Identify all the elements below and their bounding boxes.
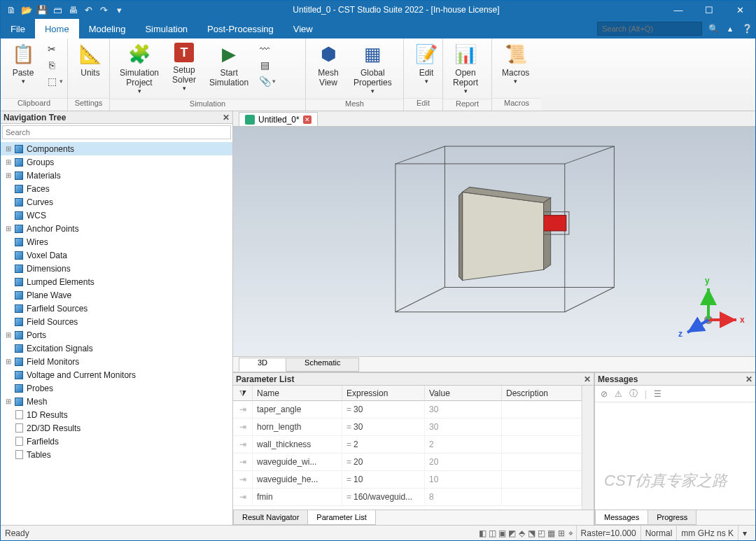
- msg-info-icon[interactable]: ⓘ: [629, 388, 638, 400]
- tab-schematic[interactable]: Schematic: [286, 358, 359, 372]
- row-handle-icon[interactable]: ⇥: [233, 454, 253, 470]
- close-button[interactable]: ✕: [724, 1, 755, 19]
- tab-3d[interactable]: 3D: [239, 358, 286, 372]
- tree-item-1d-results[interactable]: 1D Results: [1, 408, 232, 421]
- param-desc[interactable]: [502, 401, 582, 418]
- help-icon[interactable]: ❔: [738, 19, 755, 38]
- param-desc[interactable]: [502, 489, 582, 505]
- cut-button[interactable]: ✂: [44, 41, 64, 57]
- param-desc[interactable]: [502, 419, 582, 435]
- param-row[interactable]: ⇥horn_length=3030: [233, 419, 582, 436]
- navigation-tree[interactable]: ⊞Components⊞Groups⊞MaterialsFacesCurvesW…: [1, 141, 232, 525]
- units-button[interactable]: 📐 Units: [74, 41, 107, 79]
- qat-more-icon[interactable]: ▾: [113, 3, 125, 16]
- param-desc[interactable]: [502, 454, 582, 470]
- sb-icon-8[interactable]: ▦: [547, 528, 556, 538]
- param-name[interactable]: horn_length: [253, 419, 342, 435]
- tree-item-voltage-and-current-monitors[interactable]: Voltage and Current Monitors: [1, 368, 232, 381]
- tree-item-ports[interactable]: ⊞Ports: [1, 328, 232, 342]
- param-desc[interactable]: [502, 436, 582, 453]
- tree-item-lumped-elements[interactable]: Lumped Elements: [1, 275, 232, 288]
- tree-item-materials[interactable]: ⊞Materials: [1, 169, 232, 182]
- collapse-ribbon-icon[interactable]: ▴: [722, 19, 738, 38]
- param-expr[interactable]: =2: [342, 436, 425, 453]
- sb-icon-3[interactable]: ▣: [498, 528, 507, 538]
- tree-expand-icon[interactable]: ⊞: [4, 158, 13, 166]
- tree-item-voxel-data[interactable]: Voxel Data: [1, 248, 232, 262]
- param-scrollbar[interactable]: [582, 386, 594, 510]
- msg-warn-icon[interactable]: ⚠: [615, 389, 622, 399]
- tree-item-components[interactable]: ⊞Components: [1, 142, 232, 155]
- row-handle-icon[interactable]: ⇥: [233, 471, 253, 488]
- start-simulation-button[interactable]: ▶ Start Simulation: [205, 41, 253, 89]
- menu-simulation[interactable]: Simulation: [135, 19, 197, 38]
- tree-expand-icon[interactable]: ⊞: [4, 398, 13, 405]
- menu-modeling[interactable]: Modeling: [79, 19, 136, 38]
- sb-icon-7[interactable]: ◰: [537, 528, 547, 538]
- tree-expand-icon[interactable]: ⊞: [4, 358, 13, 365]
- param-expr[interactable]: =10: [342, 471, 425, 488]
- simulation-project-button[interactable]: 🧩 Simulation Project▾: [115, 41, 163, 96]
- tree-item-anchor-points[interactable]: ⊞Anchor Points: [1, 222, 232, 235]
- sb-icon-9[interactable]: ⊞: [556, 528, 566, 538]
- save-icon[interactable]: 💾: [36, 3, 48, 16]
- row-handle-icon[interactable]: ⇥: [233, 401, 253, 418]
- paste-button[interactable]: 📋 Paste ▾: [6, 41, 40, 86]
- undo-icon[interactable]: ↶: [82, 3, 94, 16]
- par-sweep-button[interactable]: ▤: [257, 57, 277, 73]
- tab-parameter-list[interactable]: Parameter List: [307, 510, 376, 525]
- minimize-button[interactable]: —: [663, 1, 694, 19]
- menu-home[interactable]: Home: [35, 19, 79, 38]
- tree-item-field-monitors[interactable]: ⊞Field Monitors: [1, 355, 232, 368]
- param-row[interactable]: ⇥fmin=160/waveguid...8: [233, 489, 582, 506]
- print-icon[interactable]: 🖶: [66, 3, 79, 16]
- msg-filter-icon[interactable]: ☰: [654, 389, 662, 399]
- search-icon[interactable]: 🔍: [705, 19, 722, 38]
- status-units[interactable]: mm GHz ns K: [676, 526, 738, 540]
- param-desc[interactable]: [502, 471, 582, 488]
- redo-icon[interactable]: ↷: [97, 3, 110, 16]
- nav-search-input[interactable]: [2, 125, 231, 139]
- param-expr[interactable]: =30: [342, 401, 425, 418]
- row-handle-icon[interactable]: ⇥: [233, 419, 253, 435]
- tree-item-excitation-signals[interactable]: Excitation Signals: [1, 342, 232, 355]
- param-expr[interactable]: =160/waveguid...: [342, 489, 425, 505]
- filter-icon[interactable]: ⧩: [233, 386, 253, 400]
- status-dd-icon[interactable]: ▾: [738, 526, 751, 540]
- tree-item-wcs[interactable]: WCS: [1, 209, 232, 222]
- tree-expand-icon[interactable]: ⊞: [4, 225, 13, 232]
- sb-icon-6[interactable]: ⬔: [527, 528, 537, 538]
- param-name[interactable]: waveguide_he...: [253, 471, 342, 488]
- save-all-icon[interactable]: 🗃: [51, 3, 64, 16]
- tree-item-faces[interactable]: Faces: [1, 182, 232, 195]
- new-icon[interactable]: 🗎: [5, 3, 18, 16]
- tree-expand-icon[interactable]: ⊞: [4, 331, 13, 339]
- tab-result-navigator[interactable]: Result Navigator: [233, 510, 308, 525]
- tab-messages[interactable]: Messages: [595, 510, 648, 525]
- tree-expand-icon[interactable]: ⊞: [4, 145, 13, 153]
- param-rows[interactable]: ⇥taper_angle=3030⇥horn_length=3030⇥wall_…: [233, 401, 582, 510]
- open-icon[interactable]: 📂: [20, 3, 33, 16]
- tree-item-field-sources[interactable]: Field Sources: [1, 315, 232, 328]
- tree-item-farfield-sources[interactable]: Farfield Sources: [1, 302, 232, 315]
- tree-item-tables[interactable]: Tables: [1, 448, 232, 461]
- param-row[interactable]: ⇥waveguide_wi...=2020: [233, 454, 582, 471]
- maximize-button[interactable]: ☐: [694, 1, 724, 19]
- sb-icon-4[interactable]: ◩: [507, 528, 517, 538]
- row-handle-icon[interactable]: ⇥: [233, 436, 253, 453]
- mesh-view-button[interactable]: ⬢ Mesh View: [312, 41, 345, 89]
- tree-item-curves[interactable]: Curves: [1, 195, 232, 209]
- messages-close-icon[interactable]: ✕: [746, 374, 752, 384]
- logfile-button[interactable]: 📎: [257, 73, 277, 89]
- doc-tab-close-icon[interactable]: ✕: [303, 115, 312, 124]
- row-handle-icon[interactable]: ⇥: [233, 489, 253, 505]
- msg-clear-icon[interactable]: ⊘: [601, 389, 608, 399]
- sb-icon-2[interactable]: ◫: [488, 528, 498, 538]
- menu-file[interactable]: File: [1, 19, 35, 38]
- tab-progress[interactable]: Progress: [648, 510, 696, 525]
- tree-item-probes[interactable]: Probes: [1, 381, 232, 395]
- param-name[interactable]: taper_angle: [253, 401, 342, 418]
- menu-postprocessing[interactable]: Post-Processing: [197, 19, 284, 38]
- ribbon-search-input[interactable]: [597, 22, 702, 36]
- 3d-viewport[interactable]: x y z: [233, 127, 755, 357]
